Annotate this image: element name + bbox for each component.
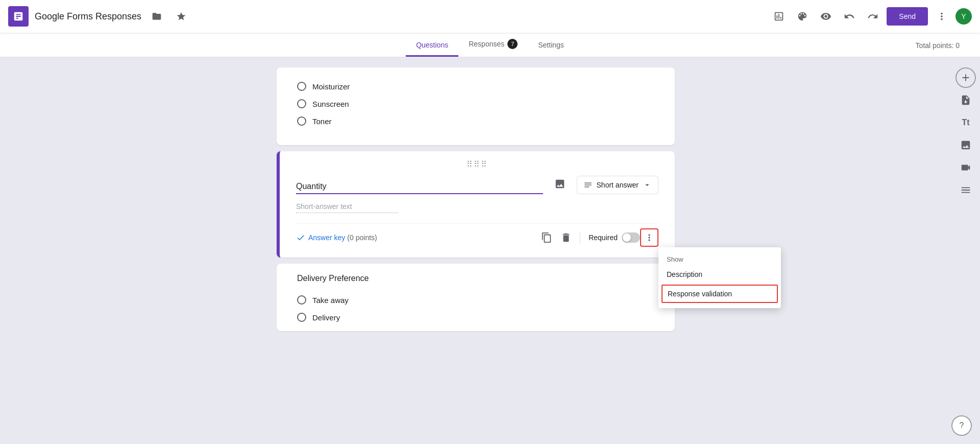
option-label: Moisturizer — [312, 82, 350, 91]
delivery-title: Delivery Preference — [297, 274, 654, 283]
required-label: Required — [589, 233, 618, 242]
duplicate-btn[interactable] — [537, 228, 556, 247]
list-item: Sunscreen — [297, 95, 654, 112]
send-button[interactable]: Send — [887, 7, 928, 26]
radio-circle — [297, 116, 306, 126]
add-video-tool[interactable] — [955, 157, 976, 178]
drag-handle: ⠿⠿⠿ — [296, 159, 658, 169]
delivery-preference-card: Delivery Preference Take away Delivery — [277, 264, 675, 331]
app-icon — [8, 6, 29, 27]
question-row: Short answer — [296, 175, 658, 194]
header-left: Google Forms Responses — [8, 6, 769, 27]
add-title-tool[interactable]: Tt — [955, 112, 976, 133]
help-button[interactable]: ? — [951, 415, 972, 436]
option-label: Toner — [312, 117, 332, 126]
app-title: Google Forms Responses — [35, 11, 141, 22]
right-sidebar: Tt — [951, 57, 980, 444]
star-icon-btn[interactable] — [172, 7, 190, 26]
radio-circle — [297, 295, 306, 305]
more-options-dropdown: Show Description Response validation — [658, 247, 781, 308]
question-input-wrap — [296, 182, 543, 194]
list-item: Delivery — [297, 309, 654, 326]
responses-badge: 7 — [507, 39, 518, 49]
list-item: Toner — [297, 112, 654, 130]
points-label: (0 points) — [347, 233, 377, 242]
card-footer: Answer key (0 points) Required — [296, 223, 658, 249]
radio-circle — [297, 82, 306, 91]
required-toggle[interactable] — [622, 232, 640, 243]
header-right: Send Y — [769, 7, 972, 26]
more-options-wrapper: Show Description Response validation — [640, 228, 658, 247]
palette-icon-btn[interactable] — [793, 7, 812, 26]
tab-responses[interactable]: Responses 7 — [458, 33, 528, 57]
list-item: Take away — [297, 291, 654, 309]
tab-questions[interactable]: Questions — [406, 35, 458, 57]
option-label: Sunscreen — [312, 100, 349, 108]
more-options-btn[interactable] — [640, 228, 658, 247]
active-question-card: ⠿⠿⠿ Short answer — [277, 151, 675, 258]
question-type-label: Short answer — [597, 181, 639, 189]
import-questions-tool[interactable] — [955, 90, 976, 110]
header: Google Forms Responses — [0, 0, 980, 33]
folder-icon-btn[interactable] — [148, 7, 166, 26]
tab-settings[interactable]: Settings — [528, 35, 574, 57]
form-area: Moisturizer Sunscreen Toner ⠿⠿⠿ — [0, 57, 951, 444]
undo-icon-btn[interactable] — [840, 7, 859, 26]
answer-key-btn[interactable]: Answer key — [296, 233, 345, 242]
toggle-knob — [623, 233, 631, 242]
nav-bar: Questions Responses 7 Settings Total poi… — [0, 33, 980, 57]
more-menu-btn[interactable] — [932, 7, 951, 26]
radio-circle — [297, 313, 306, 322]
redo-icon-btn[interactable] — [863, 7, 883, 26]
main-content: Moisturizer Sunscreen Toner ⠿⠿⠿ — [0, 57, 980, 444]
option-label: Delivery — [312, 313, 340, 322]
preview-icon-btn[interactable] — [816, 7, 836, 26]
delete-btn[interactable] — [556, 228, 576, 247]
option-label: Take away — [312, 296, 349, 305]
user-avatar[interactable]: Y — [955, 8, 972, 25]
radio-circle — [297, 99, 306, 108]
dropdown-header: Show — [658, 251, 781, 265]
add-section-tool[interactable] — [955, 180, 976, 200]
description-option[interactable]: Description — [658, 265, 781, 284]
add-question-tool[interactable] — [955, 67, 976, 88]
previous-question-card: Moisturizer Sunscreen Toner — [277, 67, 675, 145]
question-type-dropdown[interactable]: Short answer — [577, 176, 658, 194]
question-input[interactable] — [296, 182, 543, 191]
add-image-to-question-btn[interactable] — [551, 175, 569, 194]
total-points-label: Total points: 0 — [916, 41, 960, 50]
short-answer-preview: Short-answer text — [296, 202, 398, 213]
template-icon-btn[interactable] — [769, 7, 789, 26]
add-image-tool[interactable] — [955, 135, 976, 155]
response-validation-option[interactable]: Response validation — [662, 285, 778, 303]
list-item: Moisturizer — [297, 78, 654, 95]
